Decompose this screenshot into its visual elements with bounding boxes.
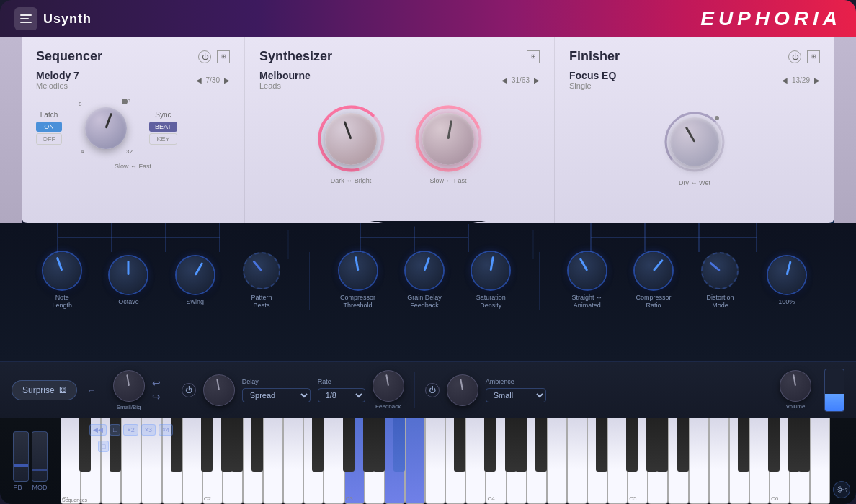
key-cs5[interactable] xyxy=(646,418,658,472)
ambience-select[interactable]: Small Medium Large Hall xyxy=(486,388,546,402)
comp-threshold-knob[interactable] xyxy=(339,252,377,289)
key-as1[interactable] xyxy=(231,418,243,472)
volume-knob[interactable] xyxy=(780,370,811,402)
key-as3[interactable] xyxy=(515,418,527,472)
redo-btn[interactable]: ↪ xyxy=(152,391,161,402)
key-cs4[interactable] xyxy=(505,418,517,472)
small-big-knob[interactable] xyxy=(113,370,145,402)
pb-strip[interactable] xyxy=(13,431,29,482)
grain-delay-knob[interactable] xyxy=(406,252,443,289)
synth-knob2[interactable] xyxy=(422,113,474,165)
undo-btn[interactable]: ↩ xyxy=(152,377,161,389)
key-as2[interactable] xyxy=(373,418,385,472)
latch-off-btn[interactable]: OFF xyxy=(36,133,62,145)
sequencer-next-btn[interactable]: ▶ xyxy=(224,76,230,84)
key-fs5[interactable] xyxy=(738,418,749,472)
finisher-title: Finisher xyxy=(569,49,620,64)
key-f5[interactable] xyxy=(689,418,709,504)
reverb-knob[interactable] xyxy=(447,374,478,406)
sync-beat-btn[interactable]: BEAT xyxy=(149,122,177,132)
key-gs4[interactable] xyxy=(626,418,638,472)
delay-select[interactable]: Spread Ping Pong Mono xyxy=(242,388,311,402)
synth-grid-btn[interactable]: ⊞ xyxy=(527,50,540,63)
sequencer-tempo-knob[interactable] xyxy=(85,107,127,149)
mod-strip[interactable] xyxy=(32,431,48,482)
sync-key-btn[interactable]: KEY xyxy=(149,133,177,145)
delay-power-btn[interactable]: ⏻ xyxy=(182,383,196,397)
key-cs6[interactable] xyxy=(788,418,800,472)
app-name: Usynth xyxy=(43,12,92,27)
key-as5[interactable] xyxy=(798,418,810,472)
key-cs3[interactable] xyxy=(363,418,375,472)
comp-ratio-knob[interactable] xyxy=(635,252,672,289)
key-fs4[interactable] xyxy=(596,418,607,472)
key-cs2[interactable] xyxy=(221,418,233,472)
seq-loop2-btn[interactable]: □ xyxy=(98,441,109,452)
settings-btn[interactable]: ? xyxy=(833,481,850,498)
key-c1[interactable] xyxy=(61,418,81,504)
key-as4[interactable] xyxy=(656,418,668,472)
finisher-grid-btn[interactable]: ⊞ xyxy=(807,50,820,63)
key-b5[interactable] xyxy=(749,418,770,504)
synth-next-btn[interactable]: ▶ xyxy=(534,76,540,84)
ambience-power-btn[interactable]: ⏻ xyxy=(425,383,440,397)
key-fs2[interactable] xyxy=(312,418,324,472)
pattern-beats-knob[interactable] xyxy=(243,252,280,289)
octave-knob[interactable] xyxy=(110,256,147,294)
synth-prev-btn[interactable]: ◀ xyxy=(501,76,507,84)
key-b3[interactable] xyxy=(465,418,486,504)
seq-x3-btn[interactable]: ×3 xyxy=(141,424,156,436)
bar-sep1 xyxy=(171,372,171,408)
key-g2[interactable] xyxy=(283,418,303,504)
key-ds5[interactable] xyxy=(677,418,689,472)
sequencer-nav: ◀ 7/30 ▶ xyxy=(196,76,230,84)
key-b4[interactable] xyxy=(607,418,628,504)
latch-on-btn[interactable]: ON xyxy=(36,122,62,132)
note-length-knob[interactable] xyxy=(43,252,81,289)
synth-position: 31/63 xyxy=(512,76,530,84)
synth-knob2-label: Slow ↔ Fast xyxy=(429,177,466,184)
key-ds3[interactable] xyxy=(393,418,405,472)
synth-nav: ◀ 31/63 ▶ xyxy=(501,76,540,84)
rate-select[interactable]: 1/8 1/4 1/16 xyxy=(318,388,365,402)
key-f4[interactable] xyxy=(547,418,567,504)
surprise-btn[interactable]: Surprise ⚄ xyxy=(12,380,77,400)
key-f2[interactable] xyxy=(263,418,283,504)
key-e6[interactable] xyxy=(810,418,830,504)
seq-back-btn[interactable]: ◀◀ xyxy=(89,424,107,436)
key-g5[interactable] xyxy=(709,418,729,504)
key-gs3[interactable] xyxy=(484,418,496,472)
finisher-next-btn[interactable]: ▶ xyxy=(814,76,820,84)
finisher-power-btn[interactable]: ⏻ xyxy=(788,50,801,63)
seq-x2-btn[interactable]: ×2 xyxy=(123,424,138,436)
key-gs2[interactable] xyxy=(343,418,355,472)
finisher-prev-btn[interactable]: ◀ xyxy=(782,76,788,84)
key-gs5[interactable] xyxy=(768,418,780,472)
key-g4[interactable] xyxy=(567,418,587,504)
key-b2[interactable] xyxy=(324,418,344,504)
volume-fader[interactable] xyxy=(824,369,844,412)
key-ds2[interactable] xyxy=(251,418,263,472)
seq-x4-btn[interactable]: ×4 xyxy=(159,424,173,436)
delay-knob-group xyxy=(203,374,235,406)
synth-knob1[interactable] xyxy=(325,113,377,165)
swing-knob[interactable] xyxy=(177,256,214,294)
finisher-knob[interactable] xyxy=(670,117,719,166)
seq-loop-btn[interactable]: □ xyxy=(110,424,120,436)
sequencer-grid-btn[interactable]: ⊞ xyxy=(217,50,230,63)
key-ds4[interactable] xyxy=(535,418,547,472)
synthesizer-panel: Synthesizer ⊞ Melbourne Leads ◀ 31/63 ▶ xyxy=(245,37,555,223)
key-b1[interactable] xyxy=(182,418,202,504)
key-g3[interactable] xyxy=(425,418,445,504)
straight-animated-knob[interactable] xyxy=(569,252,606,289)
saturation-density-knob[interactable] xyxy=(472,252,509,289)
feedback-knob[interactable] xyxy=(373,370,404,402)
volume-pct-knob[interactable] xyxy=(768,256,806,294)
sequencer-power-btn[interactable]: ⏻ xyxy=(198,50,211,63)
key-fs3[interactable] xyxy=(454,418,465,472)
delay-knob[interactable] xyxy=(203,374,235,406)
key-gs1[interactable] xyxy=(201,418,213,472)
key-f3[interactable] xyxy=(405,418,425,504)
distortion-mode-knob[interactable] xyxy=(701,252,739,289)
sequencer-prev-btn[interactable]: ◀ xyxy=(196,76,202,84)
